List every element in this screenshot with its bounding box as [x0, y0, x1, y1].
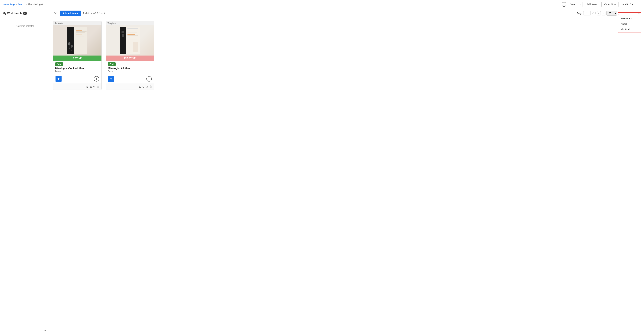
- sort-dropdown-button[interactable]: [618, 12, 641, 15]
- page-input[interactable]: [583, 11, 591, 16]
- collapse-sidebar-button[interactable]: «: [43, 328, 48, 333]
- card-info-button-2[interactable]: i: [146, 76, 152, 82]
- card-a4-menu: Template: [106, 21, 154, 90]
- save-split-button: Save ▾: [568, 2, 582, 7]
- svg-rect-27: [128, 32, 137, 33]
- svg-point-4: [68, 48, 70, 49]
- cards-grid: Template: [50, 18, 644, 93]
- per-page-select[interactable]: 20 50 100: [606, 11, 617, 16]
- main-layout: My Workbench 0 No items selected « ✕ Add…: [0, 9, 644, 335]
- sort-menu: Relevancy Name Modified: [618, 15, 641, 33]
- card-add-button-1[interactable]: +: [56, 76, 62, 82]
- svg-rect-18: [76, 41, 83, 41]
- svg-point-2: [68, 42, 70, 46]
- card-status-1: ACTIVE: [53, 56, 102, 61]
- svg-rect-17: [76, 40, 86, 40]
- card-body-1: Print Mixologist Cocktail Menu Bevia: [53, 61, 102, 74]
- sidebar-header: My Workbench 0: [3, 12, 48, 15]
- breadcrumb-home[interactable]: Home Page: [3, 3, 15, 6]
- sidebar: My Workbench 0 No items selected «: [0, 9, 50, 335]
- svg-rect-33: [128, 40, 134, 40]
- sidebar-title: My Workbench: [3, 12, 22, 15]
- card-template-label-1: Template: [53, 21, 102, 25]
- svg-point-5: [71, 45, 73, 48]
- save-dropdown-arrow[interactable]: ▾: [578, 2, 582, 7]
- svg-rect-25: [128, 31, 139, 31]
- svg-rect-13: [76, 34, 82, 35]
- add-to-cart-split-button: Add to Cart ▾: [620, 2, 641, 7]
- svg-rect-16: [76, 39, 82, 39]
- card-name-1: Mixologist Cocktail Menu: [55, 67, 100, 70]
- breadcrumb-sep1: >: [16, 3, 18, 6]
- add-to-cart-dropdown-arrow[interactable]: ▾: [636, 2, 641, 7]
- svg-rect-26: [128, 32, 138, 32]
- svg-rect-15: [76, 36, 84, 37]
- svg-rect-31: [128, 38, 135, 38]
- svg-rect-1: [74, 27, 88, 54]
- match-info: 2 Matches (0.02 sec): [83, 12, 105, 14]
- add-to-cart-button[interactable]: Add to Cart: [620, 2, 636, 7]
- save-button[interactable]: Save: [568, 2, 578, 7]
- no-items-text: No items selected: [3, 25, 48, 328]
- svg-rect-23: [128, 28, 138, 29]
- edit-text-icon-1[interactable]: ⊡: [86, 85, 88, 88]
- header: Home Page > Search > The Mixologist i Sa…: [0, 0, 644, 9]
- svg-rect-34: [133, 42, 138, 52]
- svg-rect-6: [72, 48, 72, 50]
- settings-icon-1[interactable]: ⚙: [93, 85, 96, 88]
- breadcrumb-search[interactable]: Search: [18, 3, 25, 6]
- page-label: Page: [577, 12, 582, 14]
- content-area: ✕ Add All Items 2 Matches (0.02 sec) Pag…: [50, 9, 644, 335]
- card-cocktail-menu: Template: [53, 21, 102, 90]
- page-prev-button[interactable]: ‹: [597, 11, 600, 16]
- sort-option-modified[interactable]: Modified: [618, 26, 641, 32]
- svg-rect-8: [76, 29, 86, 29]
- card-actions-2: + i: [106, 74, 154, 84]
- settings-icon-2[interactable]: ⚙: [146, 85, 148, 88]
- svg-rect-24: [128, 30, 135, 30]
- sidebar-badge: 0: [23, 12, 27, 15]
- svg-rect-29: [128, 35, 138, 36]
- close-search-button[interactable]: ✕: [53, 11, 58, 16]
- trash-icon-2[interactable]: 🗑: [150, 85, 152, 88]
- svg-rect-9: [76, 30, 82, 30]
- sort-option-name[interactable]: Name: [618, 21, 641, 26]
- card-body-2: Print Mixologist A4 Menu Bevia: [106, 61, 154, 74]
- card-info-button-1[interactable]: i: [94, 76, 99, 82]
- info-icon[interactable]: i: [562, 2, 566, 7]
- card-footer-1: ⊡ ⧉ ⚙ 🗑: [53, 84, 102, 90]
- sort-dropdown-wrapper: Relevancy Name Modified: [618, 12, 641, 15]
- svg-rect-3: [69, 46, 70, 48]
- card-image-2: [106, 25, 154, 56]
- order-now-button[interactable]: Order Now: [602, 2, 618, 7]
- card-footer-2: ⊡ ⧉ ⚙ 🗑: [106, 84, 154, 90]
- page-of-label: of: [592, 12, 594, 14]
- edit-text-icon-2[interactable]: ⊡: [139, 85, 141, 88]
- trash-icon-1[interactable]: 🗑: [97, 85, 100, 88]
- page-total: 1: [595, 12, 596, 14]
- page-next-button[interactable]: ›: [602, 11, 606, 16]
- thumbnail-a4: [120, 27, 140, 54]
- breadcrumb-current: The Mixologist: [28, 3, 43, 6]
- svg-rect-30: [128, 36, 136, 36]
- copy-icon-2[interactable]: ⧉: [142, 85, 144, 88]
- add-all-items-button[interactable]: Add All Items: [60, 10, 81, 16]
- svg-rect-0: [67, 27, 74, 54]
- svg-rect-14: [76, 36, 86, 36]
- card-brand-2: Bevia: [108, 70, 152, 72]
- header-actions: i Save ▾ Add Asset Order Now Add to Cart…: [562, 2, 641, 7]
- svg-rect-11: [76, 32, 85, 32]
- pagination: Page of 1 ‹ › 20 50 100 Relevancy Name M…: [577, 11, 641, 16]
- card-add-button-2[interactable]: +: [108, 76, 114, 82]
- card-template-label-2: Template: [106, 21, 154, 25]
- sort-option-relevancy[interactable]: Relevancy: [618, 16, 641, 21]
- card-name-2: Mixologist A4 Menu: [108, 67, 152, 70]
- svg-point-7: [71, 50, 72, 50]
- card-status-2: INACTIVE: [106, 56, 154, 61]
- svg-rect-22: [122, 34, 124, 37]
- add-asset-button[interactable]: Add Asset: [584, 2, 600, 7]
- card-print-badge-2: Print: [108, 62, 116, 66]
- copy-icon-1[interactable]: ⧉: [90, 85, 92, 88]
- svg-point-21: [122, 31, 124, 34]
- svg-rect-28: [128, 34, 135, 34]
